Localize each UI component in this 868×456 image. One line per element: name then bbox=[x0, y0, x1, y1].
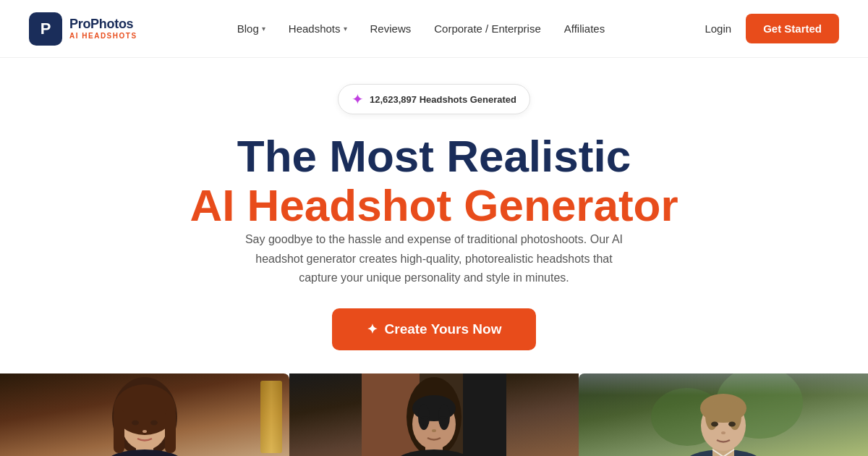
svg-point-32 bbox=[728, 421, 736, 426]
nav-item-affiliates[interactable]: Affiliates bbox=[564, 22, 605, 35]
headshots-badge: ✦ 12,623,897 Headshots Generated bbox=[338, 84, 530, 114]
logo-text: ProPhotos AI HEADSHOTS bbox=[69, 17, 137, 40]
svg-rect-5 bbox=[114, 410, 124, 453]
svg-point-31 bbox=[711, 421, 718, 426]
svg-rect-10 bbox=[456, 373, 506, 456]
hero-title-line1: The Most Realistic bbox=[237, 132, 631, 181]
logo-link[interactable]: P ProPhotos AI HEADSHOTS bbox=[29, 12, 137, 46]
nav-link-corporate[interactable]: Corporate / Enterprise bbox=[434, 22, 541, 35]
navbar: P ProPhotos AI HEADSHOTS Blog ▾ Headshot… bbox=[0, 0, 868, 58]
nav-item-headshots[interactable]: Headshots ▾ bbox=[289, 22, 347, 35]
nav-links: Blog ▾ Headshots ▾ Reviews Corporate / E… bbox=[237, 22, 605, 35]
svg-point-20 bbox=[422, 420, 429, 425]
nav-item-reviews[interactable]: Reviews bbox=[370, 22, 412, 35]
photos-row bbox=[0, 373, 868, 456]
chevron-down-icon: ▾ bbox=[344, 25, 347, 33]
get-started-button[interactable]: Get Started bbox=[746, 14, 839, 43]
nav-link-blog[interactable]: Blog ▾ bbox=[237, 22, 265, 35]
person-silhouette-left bbox=[0, 373, 289, 456]
svg-rect-6 bbox=[165, 410, 176, 453]
nav-link-headshots[interactable]: Headshots ▾ bbox=[289, 22, 347, 35]
nav-item-blog[interactable]: Blog ▾ bbox=[237, 22, 265, 35]
hero-description: Say goodbye to the hassle and expense of… bbox=[239, 230, 629, 287]
badge-count: 12,623,897 Headshots Generated bbox=[370, 94, 516, 105]
logo-icon: P bbox=[29, 12, 62, 46]
logo-brand: ProPhotos bbox=[69, 17, 137, 32]
chevron-down-icon: ▾ bbox=[262, 25, 265, 33]
nav-link-reviews[interactable]: Reviews bbox=[370, 22, 412, 35]
photo-center bbox=[289, 373, 579, 456]
svg-point-9 bbox=[142, 430, 147, 433]
nav-link-affiliates[interactable]: Affiliates bbox=[564, 22, 605, 35]
hero-title-line2: AI Headshot Generator bbox=[190, 181, 678, 230]
nav-item-corporate[interactable]: Corporate / Enterprise bbox=[434, 22, 541, 35]
svg-point-21 bbox=[439, 420, 446, 425]
door-decoration bbox=[260, 381, 282, 453]
wand-icon: ✦ bbox=[367, 321, 378, 337]
logo-sub: AI HEADSHOTS bbox=[69, 32, 137, 40]
photo-right bbox=[579, 373, 868, 456]
photo-overlay bbox=[579, 373, 868, 395]
hero-section: ✦ 12,623,897 Headshots Generated The Mos… bbox=[0, 58, 868, 373]
create-yours-button[interactable]: ✦ Create Yours Now bbox=[332, 308, 537, 350]
svg-point-7 bbox=[132, 420, 139, 425]
svg-point-8 bbox=[150, 420, 158, 425]
svg-point-22 bbox=[432, 429, 436, 432]
sparkle-icon: ✦ bbox=[352, 90, 364, 108]
svg-point-33 bbox=[721, 431, 726, 434]
nav-right: Login Get Started bbox=[705, 14, 839, 43]
person-silhouette-center bbox=[289, 373, 579, 456]
login-link[interactable]: Login bbox=[705, 22, 731, 35]
photo-left bbox=[0, 373, 289, 456]
